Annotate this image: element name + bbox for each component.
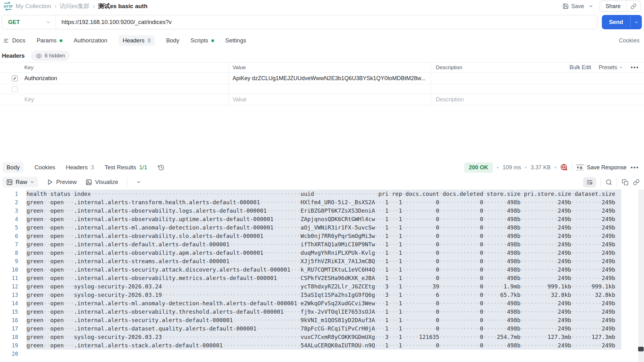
request-url-row: GET https://192.168.10.100:9200/_cat/ind… — [2, 15, 642, 29]
presets-dropdown[interactable]: Presets — [599, 64, 623, 71]
header-value-cell[interactable]: ApiKey dzZCLUg1MEJZUUdveWwwN2E3b1Q6U3BYS… — [229, 73, 430, 84]
search-icon — [606, 179, 612, 186]
response-tab-headers[interactable]: Headers 3 — [66, 164, 94, 171]
row-enabled-checkbox[interactable] — [12, 75, 18, 81]
copy-response-button[interactable] — [622, 179, 628, 186]
tab-scripts[interactable]: Scripts — [190, 37, 214, 44]
view-preview-button[interactable]: Preview — [47, 179, 77, 186]
tab-headers-label: Headers — [123, 37, 145, 44]
divider — [601, 178, 601, 186]
save-options-button[interactable] — [587, 4, 595, 9]
response-history-button[interactable] — [158, 164, 165, 171]
code-line: 9green··open···.internal.alerts-streams.… — [0, 257, 644, 265]
header-key-cell[interactable]: Authorization — [24, 75, 57, 82]
send-button[interactable]: Send — [602, 15, 642, 29]
code-line: 20 — [0, 350, 644, 358]
code-line: 6green··open···.internal.alerts-observab… — [0, 232, 644, 240]
code-line: 14green··open···.internal.alerts-ml.anom… — [0, 299, 644, 307]
response-headers-count: 3 — [91, 164, 94, 171]
line-number: 8 — [0, 249, 18, 257]
save-response-button[interactable]: e.g. Save Response — [576, 164, 627, 171]
view-preview-label: Preview — [56, 179, 77, 186]
line-number: 7 — [0, 240, 18, 249]
tab-authorization-label: Authorization — [74, 37, 107, 44]
header-value-cell[interactable] — [229, 84, 430, 94]
table-more-button[interactable]: ••• — [631, 64, 639, 71]
url-input[interactable]: https://192.168.10.100:9200/_cat/indices… — [56, 19, 172, 26]
scrollbar-thumb[interactable] — [638, 347, 644, 351]
bulk-edit-button[interactable]: Bulk Edit — [570, 64, 591, 71]
line-number: 4 — [0, 215, 18, 224]
share-button[interactable]: Share — [600, 1, 626, 12]
tab-docs[interactable]: Docs — [3, 37, 25, 44]
cookies-link[interactable]: Cookies — [619, 37, 640, 44]
chevron-right-icon: › — [54, 2, 57, 10]
search-button[interactable] — [606, 179, 612, 186]
response-view-row: Raw Preview Visualize — [2, 176, 641, 188]
line-number: 1 — [0, 190, 18, 198]
row-enabled-checkbox[interactable] — [12, 86, 18, 92]
code-line: 19green··open···.internal.alerts-stack.a… — [0, 341, 644, 350]
response-tab-body-label: Body — [7, 164, 20, 171]
response-tab-cookies[interactable]: Cookies — [34, 164, 55, 171]
code-line: 11green··open···.internal.alerts-observa… — [0, 274, 644, 282]
value-placeholder[interactable]: Value — [229, 94, 430, 105]
tab-scripts-label: Scripts — [190, 37, 208, 44]
line-number: 12 — [0, 282, 18, 291]
tab-authorization[interactable]: Authorization — [74, 37, 107, 44]
tab-body-label: Body — [166, 37, 179, 44]
hidden-headers-toggle[interactable]: 6 hidden — [31, 51, 70, 61]
view-more-dropdown[interactable] — [136, 180, 141, 185]
share-button-group: Share — [600, 1, 641, 12]
header-row-empty — [0, 84, 644, 94]
send-label: Send — [602, 15, 630, 29]
column-key: Key — [0, 63, 229, 72]
docs-icon — [3, 38, 9, 44]
line-number: 15 — [0, 308, 18, 316]
key-placeholder[interactable]: Key — [0, 94, 229, 105]
code-line: 3green··open···.internal.alerts-observab… — [0, 206, 644, 215]
method-select[interactable]: GET — [2, 19, 56, 26]
breadcrumb-collection[interactable]: My Collection — [16, 3, 51, 10]
example-icon: e.g. — [576, 165, 584, 170]
method-value: GET — [8, 19, 20, 26]
code-line: 8green··open···.internal.alerts-observab… — [0, 249, 644, 257]
headers-section-header: Headers 6 hidden — [2, 51, 70, 61]
tab-headers[interactable]: Headers 8 — [119, 35, 155, 46]
tests-passed-count: 1/1 — [139, 164, 147, 171]
code-line: 7green··open···.internal.alerts-default.… — [0, 240, 644, 249]
headers-section-title: Headers — [2, 52, 25, 59]
tab-settings[interactable]: Settings — [225, 37, 246, 44]
description-placeholder[interactable]: Description — [430, 94, 644, 105]
header-row-authorization: Authorization ApiKey dzZCLUg1MEJZUUdveWw… — [0, 73, 644, 84]
wrap-text-button[interactable] — [583, 177, 596, 187]
save-response-label: Save Response — [587, 164, 627, 171]
response-body-viewer: 1health·status·index····················… — [0, 189, 644, 362]
tab-docs-label: Docs — [12, 37, 25, 44]
header-description-cell[interactable] — [430, 84, 644, 94]
code-line: 4green··open···.internal.alerts-observab… — [0, 215, 644, 223]
response-tab-test-results[interactable]: Test Results 1/1 — [105, 164, 147, 171]
view-raw-button[interactable]: Raw — [2, 177, 38, 187]
divider — [127, 178, 127, 186]
tab-body[interactable]: Body — [166, 37, 179, 44]
copy-link-button[interactable] — [627, 1, 641, 12]
scrollbar-track[interactable] — [638, 190, 644, 362]
response-tab-body[interactable]: Body — [2, 162, 24, 173]
save-button[interactable]: Save — [563, 3, 584, 10]
code-line: 17green··open···.internal.alerts-dataset… — [0, 324, 644, 333]
response-link-button[interactable] — [633, 179, 640, 186]
top-bar: HTTP My Collection › 访问es集群 › 测试es basic… — [0, 0, 644, 12]
breadcrumb-folder[interactable]: 访问es集群 — [60, 2, 90, 10]
chevron-right-icon: › — [93, 2, 95, 10]
header-description-cell[interactable] — [430, 73, 644, 84]
send-options-button[interactable] — [631, 15, 642, 29]
chevron-down-icon — [46, 20, 51, 25]
response-more-button[interactable]: ••• — [631, 164, 639, 171]
view-visualize-button[interactable]: Visualize — [86, 179, 118, 186]
line-number: 3 — [0, 207, 18, 215]
dot-separator-icon — [525, 167, 527, 168]
ssl-warning-icon[interactable] — [560, 164, 568, 171]
response-tab-headers-label: Headers — [66, 164, 88, 171]
tab-params[interactable]: Params — [37, 37, 62, 44]
